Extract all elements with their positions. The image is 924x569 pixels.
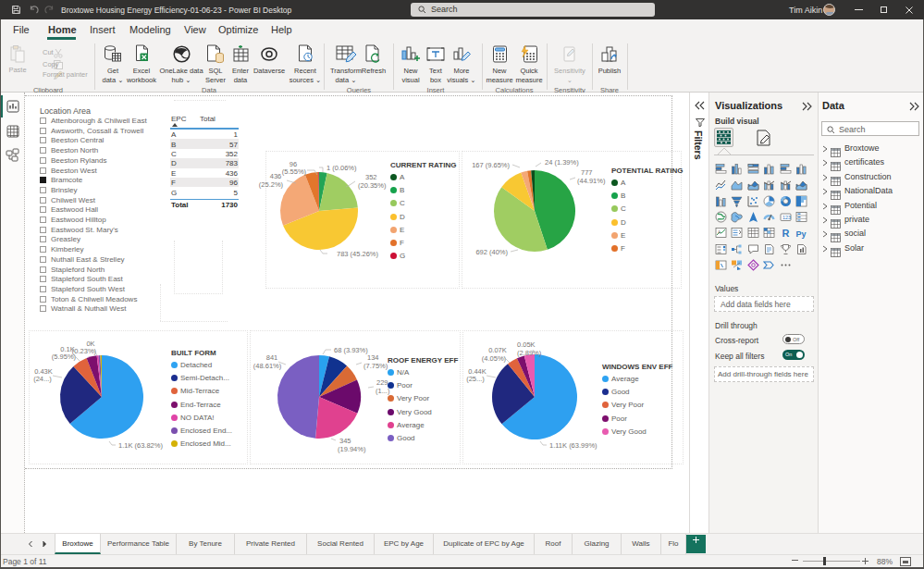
svg-text:345: 345 bbox=[339, 437, 351, 445]
svg-text:134: 134 bbox=[367, 353, 379, 362]
svg-text:24 (1.39%): 24 (1.39%) bbox=[545, 158, 579, 167]
svg-text:(48.61%): (48.61%) bbox=[253, 362, 282, 370]
svg-text:R: R bbox=[782, 228, 790, 239]
svg-text:Py: Py bbox=[796, 229, 807, 239]
svg-text:A: A bbox=[718, 230, 721, 235]
svg-text:0.07K: 0.07K bbox=[488, 346, 507, 354]
svg-text:(0.23%): (0.23%) bbox=[72, 347, 97, 355]
svg-text:783 (45.26%): 783 (45.26%) bbox=[337, 250, 379, 258]
svg-text:(5.55%): (5.55%) bbox=[282, 167, 307, 176]
svg-text:167 (9.65%): 167 (9.65%) bbox=[472, 161, 510, 169]
svg-text:(2.89%): (2.89%) bbox=[517, 349, 542, 357]
svg-text:841: 841 bbox=[266, 353, 278, 362]
svg-text:(44.91%): (44.91%) bbox=[577, 177, 606, 185]
svg-text:(19.94%): (19.94%) bbox=[338, 445, 366, 453]
svg-text:(24...): (24...) bbox=[33, 375, 52, 383]
svg-text:1.1K (63.82%): 1.1K (63.82%) bbox=[118, 441, 163, 450]
svg-text:(7.75%): (7.75%) bbox=[363, 362, 388, 370]
svg-text:352: 352 bbox=[365, 173, 377, 181]
svg-text:123: 123 bbox=[782, 215, 791, 220]
svg-text:(4.05%): (4.05%) bbox=[482, 354, 507, 363]
svg-text:1 (0.06%): 1 (0.06%) bbox=[326, 164, 357, 172]
svg-text:229: 229 bbox=[376, 378, 388, 387]
svg-text:(25.2%): (25.2%) bbox=[259, 180, 284, 189]
svg-text:(25...): (25...) bbox=[466, 375, 485, 383]
svg-text:68 (3.93%): 68 (3.93%) bbox=[334, 346, 368, 354]
svg-text:0.05K: 0.05K bbox=[517, 340, 536, 349]
svg-text:692 (40%): 692 (40%) bbox=[475, 248, 508, 256]
svg-text:(20.35%): (20.35%) bbox=[358, 181, 387, 190]
svg-text:777: 777 bbox=[581, 168, 593, 177]
svg-text:1.11K (63.99%): 1.11K (63.99%) bbox=[549, 441, 598, 450]
svg-text:436: 436 bbox=[270, 172, 282, 180]
